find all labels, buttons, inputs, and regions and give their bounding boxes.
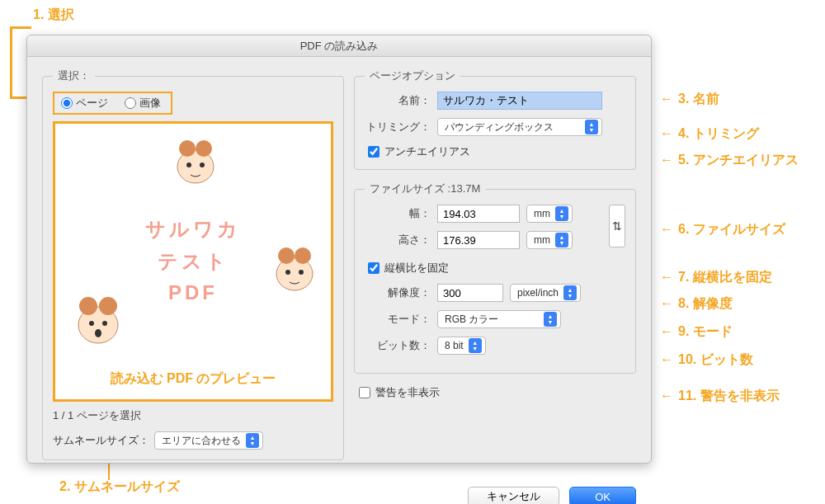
preview-text: サルワカ テスト PDF (145, 214, 241, 309)
width-label: 幅： (365, 206, 431, 221)
dropdown-arrows-icon: ▲▼ (585, 120, 598, 134)
radio-image-label: 画像 (139, 96, 161, 111)
annotation-5: ←5. アンチエイリアス (660, 152, 799, 169)
annotation-1: 1. 選択 (33, 7, 74, 24)
height-input[interactable] (437, 231, 520, 249)
pdf-import-dialog: PDF の読み込み 選択： ページ 画像 (26, 35, 652, 464)
trimming-select[interactable]: バウンディングボックス ▲▼ (437, 118, 602, 136)
dropdown-arrows-icon: ▲▼ (469, 338, 482, 353)
page-options-legend: ページオプション (365, 68, 460, 83)
select-radio-row: ページ 画像 (53, 92, 172, 115)
annotation-6: ←6. ファイルサイズ (660, 221, 785, 238)
pdf-preview[interactable]: サルワカ テスト PDF 読み込む PDF のプレビュー (53, 121, 333, 402)
name-input[interactable] (437, 92, 602, 110)
dropdown-arrows-icon: ▲▼ (555, 206, 568, 221)
name-label: 名前： (365, 93, 431, 108)
resolution-input[interactable] (437, 284, 503, 302)
svg-point-1 (179, 140, 196, 157)
svg-point-8 (285, 270, 290, 275)
svg-point-3 (186, 163, 191, 167)
cancel-button[interactable]: キャンセル (468, 487, 559, 504)
annotation-11: ←11. 警告を非表示 (660, 388, 780, 405)
height-unit-select[interactable]: mm ▲▼ (526, 231, 573, 249)
annotation-4: ←4. トリミング (660, 125, 759, 143)
resolution-unit-select[interactable]: pixel/inch ▲▼ (510, 284, 581, 302)
dropdown-arrows-icon: ▲▼ (246, 433, 259, 448)
thumbnail-size-select[interactable]: エリアに合わせる ▲▼ (154, 431, 263, 450)
dropdown-arrows-icon: ▲▼ (563, 285, 577, 300)
svg-point-11 (79, 297, 97, 315)
antialias-checkbox[interactable] (368, 146, 380, 158)
radio-image-input[interactable] (125, 97, 136, 109)
preview-caption: 読み込む PDF のプレビュー (111, 370, 276, 388)
preview-face-icon (171, 140, 220, 190)
link-icon[interactable]: ⇅ (609, 205, 625, 247)
svg-point-4 (200, 163, 205, 167)
suppress-warnings-label: 警告を非表示 (375, 385, 440, 400)
select-fieldset: 選択： ページ 画像 (42, 68, 344, 460)
svg-point-13 (89, 321, 94, 326)
antialias-label: アンチエイリアス (384, 144, 470, 159)
radio-page-input[interactable] (61, 97, 73, 109)
svg-point-14 (102, 321, 107, 326)
width-unit-select[interactable]: mm ▲▼ (526, 205, 573, 223)
trimming-label: トリミング： (365, 120, 431, 134)
annotation-8: ←8. 解像度 (660, 295, 733, 313)
preview-face-icon (270, 247, 319, 297)
svg-point-7 (295, 247, 311, 264)
svg-point-12 (99, 297, 117, 315)
mode-label: モード： (365, 312, 431, 327)
resolution-label: 解像度： (365, 285, 431, 300)
svg-point-2 (196, 140, 212, 157)
page-count-label: 1 / 1 ページを選択 (53, 408, 333, 423)
bits-label: ビット数： (365, 338, 431, 353)
annotation-7: ←7. 縦横比を固定 (660, 269, 772, 286)
svg-point-6 (278, 247, 295, 264)
mode-select[interactable]: RGB カラー ▲▼ (437, 310, 561, 328)
radio-page[interactable]: ページ (61, 96, 108, 111)
file-size-fieldset: ファイルサイズ :13.7M 幅： mm ▲▼ 高さ： (354, 181, 636, 374)
annotation-3: ←3. 名前 (660, 91, 719, 108)
dialog-title: PDF の読み込み (27, 35, 651, 57)
page-options-fieldset: ページオプション 名前： トリミング： バウンディングボックス ▲▼ アンチエイ… (354, 68, 636, 170)
annotation-10: ←10. ビット数 (660, 351, 753, 369)
annotation-9: ←9. モード (660, 323, 733, 341)
radio-page-label: ページ (76, 96, 108, 111)
file-size-legend: ファイルサイズ :13.7M (365, 181, 485, 196)
width-input[interactable] (437, 205, 520, 223)
ok-button[interactable]: OK (569, 487, 636, 504)
radio-image[interactable]: 画像 (125, 96, 161, 111)
svg-point-9 (299, 270, 304, 275)
dropdown-arrows-icon: ▲▼ (555, 233, 568, 247)
bits-select[interactable]: 8 bit ▲▼ (437, 337, 486, 355)
dropdown-arrows-icon: ▲▼ (544, 312, 557, 327)
select-legend: 選択： (53, 68, 95, 83)
height-label: 高さ： (365, 233, 431, 247)
preview-face-icon (72, 297, 125, 351)
suppress-warnings-checkbox[interactable] (359, 387, 370, 398)
svg-point-15 (95, 329, 101, 337)
constrain-checkbox[interactable] (368, 262, 380, 274)
constrain-label: 縦横比を固定 (384, 261, 449, 276)
thumbnail-size-label: サムネールサイズ： (53, 433, 149, 448)
